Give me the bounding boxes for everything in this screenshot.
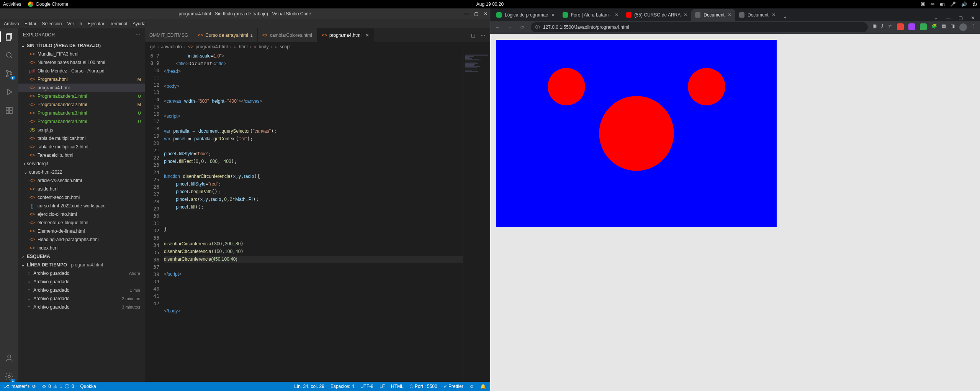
more-icon[interactable]: ⋯ [481, 33, 485, 38]
file-item[interactable]: {}curso-html-2022.code-workspace [18, 202, 145, 210]
source-control-icon[interactable]: ● [4, 68, 15, 79]
browser-tab[interactable]: (55) CURSO de ARRA✕ [622, 9, 692, 21]
file-item[interactable]: <>Programa.htmlM [18, 75, 145, 84]
menu-ir[interactable]: Ir [79, 21, 82, 26]
file-item[interactable]: <>Elemento-de-linea.html [18, 227, 145, 235]
browser-tab[interactable]: Document✕ [735, 9, 779, 21]
eol-status[interactable]: LF [380, 384, 385, 389]
volume-icon[interactable]: 🔊 [961, 2, 967, 7]
timeline-item[interactable]: ○Archivo guardado3 minutos [18, 303, 145, 311]
new-tab-button[interactable]: ＋ [779, 14, 791, 21]
chrome-menu-icon[interactable]: ⋮ [972, 23, 976, 31]
timeline-item[interactable]: ○Archivo guardado1 min [18, 286, 145, 294]
back-button[interactable]: ← [494, 25, 502, 30]
settings-icon[interactable]: 1 [4, 371, 15, 382]
language-mode[interactable]: HTML [391, 384, 404, 389]
file-item[interactable]: <>Programabandera4.htmlU [18, 117, 145, 126]
file-item[interactable]: JSscript.js [18, 126, 145, 134]
site-info-icon[interactable]: ⓘ [535, 24, 540, 31]
mail-icon[interactable]: ✉ [931, 2, 934, 7]
browser-tab[interactable]: Lógica de programac✕ [492, 9, 559, 21]
profile-avatar[interactable] [959, 23, 967, 31]
lang-indicator[interactable]: en [940, 2, 945, 7]
sync-icon[interactable]: ⟳ [32, 384, 36, 389]
clock[interactable]: Aug 19 00:20 [476, 2, 504, 7]
account-icon[interactable] [4, 353, 15, 363]
close-icon[interactable]: ✕ [365, 33, 369, 38]
file-item[interactable]: <>article-vs-section.html [18, 176, 145, 185]
tab-programa4[interactable]: <>programa4.html✕ [317, 28, 374, 42]
forward-button[interactable]: → [506, 25, 514, 30]
extensions-icon[interactable] [4, 105, 15, 116]
indent-status[interactable]: Espacios: 4 [330, 384, 354, 389]
encoding-status[interactable]: UTF-8 [360, 384, 373, 389]
menu-ayuda[interactable]: Ayuda [133, 21, 146, 26]
cast-icon[interactable]: ▣ [872, 23, 877, 31]
extension-icon[interactable] [920, 23, 927, 30]
explorer-icon[interactable] [4, 31, 15, 42]
timeline-header[interactable]: ⌄ LÍNEA DE TIEMPO programa4.html [18, 261, 145, 269]
power-icon[interactable]: ⏻ [972, 2, 977, 7]
esquema-header[interactable]: › ESQUEMA [18, 252, 145, 261]
star-icon[interactable]: ☆ [888, 23, 892, 31]
minimize-button[interactable]: ― [464, 11, 469, 16]
reading-list-icon[interactable]: ▤ [942, 23, 946, 31]
run-debug-icon[interactable] [4, 87, 15, 97]
timeline-item[interactable]: ○Archivo guardadoAhora [18, 269, 145, 278]
menu-editar[interactable]: Editar [25, 21, 36, 26]
file-item[interactable]: <>Numeros pares hasta el 100.html [18, 58, 145, 67]
discord-icon[interactable]: ⌘ [921, 2, 925, 7]
menu-terminal[interactable]: Terminal [110, 21, 127, 26]
file-item[interactable]: <>tabla de multiplicar.html [18, 134, 145, 143]
file-item[interactable]: <>Heading-and-paragraphs.html [18, 235, 145, 244]
file-item[interactable]: <>elemento-de-bloque.html [18, 219, 145, 227]
menu-seleccion[interactable]: Selección [42, 21, 62, 26]
maximize-button[interactable]: ▢ [474, 11, 478, 16]
extension-icon[interactable] [908, 23, 915, 30]
tab-commit-editmsg[interactable]: OMMIT_EDITMSG [145, 28, 193, 42]
split-editor-icon[interactable]: ◫ [471, 33, 475, 38]
close-icon[interactable]: ✕ [551, 12, 555, 18]
maximize-button[interactable]: ▢ [955, 15, 965, 21]
file-item[interactable]: <>Programabandera1.htmlU [18, 92, 145, 100]
address-bar[interactable]: ⓘ 127.0.0.1:5500/Javaolinto/programa4.ht… [531, 22, 868, 32]
git-branch[interactable]: ⎇master*+⟳ [4, 384, 36, 389]
chevron-down-icon[interactable]: ⌄ [931, 15, 941, 21]
timeline-item[interactable]: ○Archivo guardado [18, 278, 145, 286]
activities-button[interactable]: Activities [3, 2, 21, 7]
search-icon[interactable] [4, 50, 15, 61]
code-editor[interactable]: initial-scale=1.0"> <title>Document</tit… [164, 51, 463, 382]
file-item[interactable]: <>Tareadelclip..html [18, 151, 145, 159]
close-button[interactable]: ✕ [968, 15, 978, 21]
prettier-status[interactable]: ✓ Prettier [443, 384, 463, 389]
file-item[interactable]: <>aside.html [18, 185, 145, 193]
timeline-item[interactable]: ○Archivo guardado2 minutos [18, 294, 145, 303]
file-item[interactable]: pdfOlinto Mendez - Curso - Alura.pdf [18, 67, 145, 75]
extension-icon[interactable] [897, 23, 904, 30]
reload-button[interactable]: ⟳ [519, 25, 526, 30]
bell-icon[interactable]: 🔔 [480, 384, 486, 389]
feedback-icon[interactable]: ☺ [470, 384, 474, 389]
extensions-menu-icon[interactable]: 🧩 [931, 23, 937, 31]
folder-servidorgit[interactable]: ›servidorgit [18, 159, 145, 168]
close-icon[interactable]: ✕ [772, 12, 775, 18]
close-icon[interactable]: ✕ [728, 12, 731, 18]
cursor-position[interactable]: Lín. 34, col. 29 [294, 384, 324, 389]
close-icon[interactable]: ✕ [684, 12, 687, 18]
live-server-status[interactable]: ⦾ Port : 5500 [410, 384, 437, 389]
close-icon[interactable]: ✕ [615, 12, 618, 18]
file-item[interactable]: <>Programabandera3.htmlU [18, 109, 145, 117]
minimize-button[interactable]: ― [943, 15, 953, 21]
workspace-header[interactable]: ⌄ SIN TÍTULO (ÁREA DE TRABAJO) [18, 41, 145, 50]
file-item[interactable]: <>content-seccion.html [18, 193, 145, 202]
tab-cambiar-colores[interactable]: <>cambiarColores.html [258, 28, 317, 42]
side-panel-icon[interactable]: ◨ [951, 23, 955, 31]
tab-curso-arrays[interactable]: <>Curso de arrays.html1 [193, 28, 258, 42]
browser-tab[interactable]: Document✕ [691, 9, 735, 21]
breadcrumb[interactable]: git› Javaolinto› <>programa4.html› ⟐html… [145, 42, 490, 51]
file-item[interactable]: <>Mundial_FIFA3.html [18, 50, 145, 58]
menu-ver[interactable]: Ver [67, 21, 74, 26]
menu-ejecutar[interactable]: Ejecutar [88, 21, 105, 26]
problems-status[interactable]: ⊘0⚠1ⓘ0 [42, 383, 74, 390]
file-item[interactable]: <>ejercicio-olinto.html [18, 210, 145, 219]
